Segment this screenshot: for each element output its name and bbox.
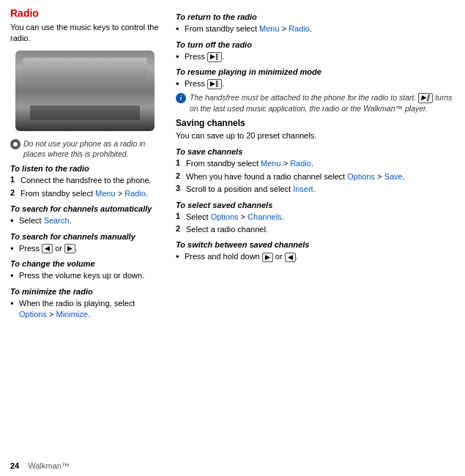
bullet-sym: • bbox=[10, 270, 19, 282]
play-pause-button2: ▶‖ bbox=[207, 79, 222, 89]
search-auto-bullet: • Select Search. bbox=[10, 215, 160, 227]
bullet-sym: • bbox=[10, 298, 19, 310]
listen-step-2: 2 From standby select Menu > Radio. bbox=[10, 188, 160, 199]
resume-bullet: • Press ▶‖. bbox=[176, 78, 455, 90]
radio-link: Radio bbox=[289, 24, 310, 33]
search-manual-bullet: • Press ◀ or ▶. bbox=[10, 243, 160, 255]
volume-heading: To change the volume bbox=[10, 259, 160, 268]
step-text: Select a radio channel. bbox=[186, 224, 268, 235]
search-manual-heading: To search for channels manually bbox=[10, 232, 160, 241]
save-steps: 1 From standby select Menu > Radio. 2 Wh… bbox=[176, 158, 455, 195]
select-step-2: 2 Select a radio channel. bbox=[176, 224, 455, 235]
step-num: 1 bbox=[176, 212, 186, 223]
listen-steps: 1 Connect the handsfree to the phone. 2 … bbox=[10, 175, 160, 199]
step-num: 2 bbox=[176, 224, 186, 235]
options-link: Options bbox=[19, 310, 47, 319]
return-text: From standby select Menu > Radio. bbox=[185, 23, 312, 34]
intro-text: You can use the music keys to control th… bbox=[10, 22, 160, 45]
turnoff-heading: To turn off the radio bbox=[176, 40, 455, 49]
turnoff-text: Press ▶‖. bbox=[185, 51, 224, 62]
switch-heading: To switch between saved channels bbox=[176, 240, 455, 249]
minimize-heading: To minimize the radio bbox=[10, 287, 160, 296]
switch-bullet: • Press and hold down ▶ or ◀. bbox=[176, 251, 455, 263]
bullet-sym: • bbox=[10, 243, 19, 255]
save-step-2: 2 When you have found a radio channel se… bbox=[176, 171, 455, 182]
listen-step-1: 1 Connect the handsfree to the phone. bbox=[10, 175, 160, 186]
select-step-1: 1 Select Options > Channels. bbox=[176, 212, 455, 223]
resume-heading: To resume playing in minimized mode bbox=[176, 67, 455, 76]
step-num: 3 bbox=[176, 184, 186, 195]
prev-button-switch: ◀ bbox=[285, 253, 296, 263]
minimize-bullet: • When the radio is playing, select Opti… bbox=[10, 298, 160, 321]
right-column: To return to the radio • From standby se… bbox=[168, 0, 465, 476]
info-bullet: i bbox=[176, 93, 186, 103]
left-column: Radio You can use the music keys to cont… bbox=[0, 0, 168, 476]
bullet-sym: • bbox=[176, 23, 185, 35]
play-icon-note: ▶‖ bbox=[418, 93, 433, 103]
page-number: 24 bbox=[10, 461, 19, 470]
menu-link: Menu bbox=[259, 24, 280, 33]
search-auto-text: Select Search. bbox=[19, 215, 72, 226]
step-text: Scroll to a position and select Insert. bbox=[186, 184, 316, 195]
step-text: Select Options > Channels. bbox=[186, 212, 284, 223]
channels-link: Channels bbox=[248, 212, 281, 221]
prev-button: ◀ bbox=[42, 244, 53, 254]
search-manual-text: Press ◀ or ▶. bbox=[19, 243, 78, 254]
select-saved-steps: 1 Select Options > Channels. 2 Select a … bbox=[176, 212, 455, 236]
menu-link: Menu bbox=[261, 159, 281, 168]
bullet-sym: • bbox=[10, 215, 19, 227]
options-link: Options bbox=[347, 172, 375, 181]
step-text: Connect the handsfree to the phone. bbox=[21, 175, 152, 186]
menu-link: Menu bbox=[95, 189, 116, 198]
footer-label: Walkman™ bbox=[28, 461, 69, 470]
volume-text: Press the volume keys up or down. bbox=[19, 270, 144, 281]
play-pause-button: ▶‖ bbox=[207, 52, 222, 62]
do-not-note-row: Do not use your phone as a radio in plac… bbox=[10, 138, 160, 159]
volume-bullet: • Press the volume keys up or down. bbox=[10, 270, 160, 282]
note-bullet bbox=[10, 139, 21, 149]
listen-heading: To listen to the radio bbox=[10, 164, 160, 173]
page-title: Radio bbox=[10, 7, 160, 19]
radio-link: Radio bbox=[290, 159, 311, 168]
save-step-3: 3 Scroll to a position and select Insert… bbox=[176, 184, 455, 195]
select-saved-heading: To select saved channels bbox=[176, 201, 455, 209]
do-not-note-text: Do not use your phone as a radio in plac… bbox=[23, 138, 160, 159]
bullet-sym: • bbox=[176, 251, 185, 263]
bullet-sym: • bbox=[176, 78, 185, 90]
handsfree-note-row: i The handsfree must be attached to the … bbox=[176, 92, 455, 114]
minimize-text: When the radio is playing, select Option… bbox=[19, 298, 160, 321]
saving-heading: Saving channels bbox=[176, 118, 455, 128]
saving-intro: You can save up to 20 preset channels. bbox=[176, 130, 455, 141]
step-num: 2 bbox=[10, 188, 21, 199]
next-button-switch: ▶ bbox=[262, 253, 273, 263]
save-channels-heading: To save channels bbox=[176, 147, 455, 156]
radio-link: Radio bbox=[124, 189, 146, 198]
return-bullet: • From standby select Menu > Radio. bbox=[176, 23, 455, 35]
step-text: From standby select Menu > Radio. bbox=[186, 158, 313, 169]
insert-link: Insert bbox=[293, 185, 313, 193]
minimize-link: Minimize bbox=[56, 310, 87, 319]
turnoff-bullet: • Press ▶‖. bbox=[176, 51, 455, 63]
step-num: 1 bbox=[176, 158, 186, 169]
handsfree-note-text: The handsfree must be attached to the ph… bbox=[190, 92, 455, 114]
save-link: Save bbox=[384, 172, 403, 181]
next-button: ▶ bbox=[64, 244, 75, 254]
search-auto-heading: To search for channels automatically bbox=[10, 204, 160, 213]
step-text: From standby select Menu > Radio. bbox=[21, 188, 148, 199]
resume-text: Press ▶‖. bbox=[185, 78, 224, 89]
radio-image bbox=[15, 51, 155, 131]
options-link: Options bbox=[211, 212, 239, 221]
page-footer: 24 Walkman™ bbox=[10, 461, 70, 470]
step-text: When you have found a radio channel sele… bbox=[186, 171, 405, 182]
save-step-1: 1 From standby select Menu > Radio. bbox=[176, 158, 455, 169]
step-num: 2 bbox=[176, 171, 186, 182]
bullet-sym: • bbox=[176, 51, 185, 63]
search-link: Search bbox=[44, 216, 70, 225]
switch-text: Press and hold down ▶ or ◀. bbox=[185, 251, 298, 262]
step-num: 1 bbox=[10, 175, 21, 186]
return-heading: To return to the radio bbox=[176, 12, 455, 21]
